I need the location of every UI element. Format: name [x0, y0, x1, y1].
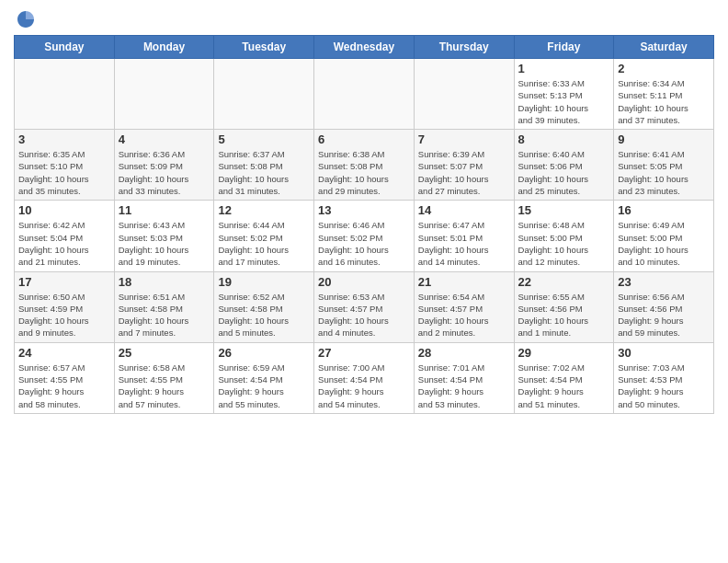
calendar-header-row: SundayMondayTuesdayWednesdayThursdayFrid… — [15, 36, 714, 59]
calendar-cell: 17Sunrise: 6:50 AMSunset: 4:59 PMDayligh… — [15, 271, 115, 342]
day-number: 22 — [518, 275, 610, 289]
calendar-cell: 3Sunrise: 6:35 AMSunset: 5:10 PMDaylight… — [15, 130, 115, 201]
day-number: 6 — [318, 132, 410, 146]
calendar-cell: 30Sunrise: 7:03 AMSunset: 4:53 PMDayligh… — [614, 342, 714, 413]
calendar-cell: 20Sunrise: 6:53 AMSunset: 4:57 PMDayligh… — [314, 271, 415, 342]
weekday-header: Saturday — [614, 36, 714, 59]
day-number: 8 — [518, 132, 610, 146]
day-info: Sunrise: 6:50 AMSunset: 4:59 PMDaylight:… — [18, 291, 110, 339]
day-number: 2 — [618, 62, 710, 75]
day-number: 18 — [119, 275, 210, 289]
day-info: Sunrise: 6:34 AMSunset: 5:11 PMDaylight:… — [618, 77, 710, 126]
day-number: 29 — [518, 346, 610, 360]
day-number: 3 — [18, 132, 110, 146]
calendar-cell: 29Sunrise: 7:02 AMSunset: 4:54 PMDayligh… — [514, 342, 614, 413]
day-number: 21 — [418, 275, 510, 289]
page: SundayMondayTuesdayWednesdayThursdayFrid… — [0, 0, 728, 563]
day-number: 26 — [218, 346, 310, 360]
calendar-cell: 4Sunrise: 6:36 AMSunset: 5:09 PMDaylight… — [114, 130, 214, 201]
calendar-week-row: 24Sunrise: 6:57 AMSunset: 4:55 PMDayligh… — [15, 342, 714, 413]
calendar-cell: 7Sunrise: 6:39 AMSunset: 5:07 PMDaylight… — [414, 130, 514, 201]
day-number: 4 — [119, 132, 210, 146]
day-info: Sunrise: 6:55 AMSunset: 4:56 PMDaylight:… — [518, 291, 610, 339]
calendar-cell: 9Sunrise: 6:41 AMSunset: 5:05 PMDaylight… — [614, 130, 714, 201]
day-info: Sunrise: 7:02 AMSunset: 4:54 PMDaylight:… — [518, 362, 610, 410]
day-number: 5 — [218, 132, 310, 146]
calendar-cell: 14Sunrise: 6:47 AMSunset: 5:01 PMDayligh… — [414, 201, 514, 271]
day-info: Sunrise: 6:48 AMSunset: 5:00 PMDaylight:… — [518, 219, 610, 268]
day-info: Sunrise: 6:57 AMSunset: 4:55 PMDaylight:… — [18, 362, 110, 410]
day-info: Sunrise: 6:59 AMSunset: 4:54 PMDaylight:… — [218, 362, 310, 410]
day-info: Sunrise: 6:49 AMSunset: 5:00 PMDaylight:… — [618, 219, 710, 268]
day-number: 25 — [119, 346, 210, 360]
day-number: 23 — [618, 275, 710, 289]
day-number: 30 — [618, 346, 710, 360]
logo — [14, 9, 36, 28]
day-info: Sunrise: 6:43 AMSunset: 5:03 PMDaylight:… — [119, 219, 210, 268]
calendar-cell — [214, 59, 314, 130]
day-number: 13 — [318, 203, 410, 217]
calendar-cell: 13Sunrise: 6:46 AMSunset: 5:02 PMDayligh… — [314, 201, 415, 271]
day-number: 10 — [18, 203, 110, 217]
calendar-cell — [15, 59, 115, 130]
calendar-cell: 11Sunrise: 6:43 AMSunset: 5:03 PMDayligh… — [114, 201, 214, 271]
day-number: 14 — [418, 203, 510, 217]
calendar-cell — [314, 59, 415, 130]
calendar-cell: 18Sunrise: 6:51 AMSunset: 4:58 PMDayligh… — [114, 271, 214, 342]
day-info: Sunrise: 6:41 AMSunset: 5:05 PMDaylight:… — [618, 148, 710, 197]
day-info: Sunrise: 6:54 AMSunset: 4:57 PMDaylight:… — [418, 291, 510, 339]
day-number: 16 — [618, 203, 710, 217]
calendar-cell: 6Sunrise: 6:38 AMSunset: 5:08 PMDaylight… — [314, 130, 415, 201]
logo-icon — [16, 9, 36, 29]
day-info: Sunrise: 6:56 AMSunset: 4:56 PMDaylight:… — [618, 291, 710, 339]
calendar-cell: 26Sunrise: 6:59 AMSunset: 4:54 PMDayligh… — [214, 342, 314, 413]
weekday-header: Monday — [114, 36, 214, 59]
day-info: Sunrise: 6:44 AMSunset: 5:02 PMDaylight:… — [218, 219, 310, 268]
calendar-cell: 10Sunrise: 6:42 AMSunset: 5:04 PMDayligh… — [15, 201, 115, 271]
day-number: 27 — [318, 346, 410, 360]
day-info: Sunrise: 6:33 AMSunset: 5:13 PMDaylight:… — [518, 77, 610, 126]
day-info: Sunrise: 7:01 AMSunset: 4:54 PMDaylight:… — [418, 362, 510, 410]
day-number: 17 — [18, 275, 110, 289]
day-info: Sunrise: 6:38 AMSunset: 5:08 PMDaylight:… — [318, 148, 410, 197]
day-number: 20 — [318, 275, 410, 289]
day-info: Sunrise: 6:35 AMSunset: 5:10 PMDaylight:… — [18, 148, 110, 197]
day-info: Sunrise: 6:40 AMSunset: 5:06 PMDaylight:… — [518, 148, 610, 197]
day-info: Sunrise: 7:03 AMSunset: 4:53 PMDaylight:… — [618, 362, 710, 410]
calendar-table: SundayMondayTuesdayWednesdayThursdayFrid… — [14, 35, 714, 414]
day-info: Sunrise: 6:51 AMSunset: 4:58 PMDaylight:… — [119, 291, 210, 339]
day-number: 15 — [518, 203, 610, 217]
calendar-week-row: 3Sunrise: 6:35 AMSunset: 5:10 PMDaylight… — [15, 130, 714, 201]
header — [14, 9, 714, 28]
weekday-header: Friday — [514, 36, 614, 59]
day-number: 24 — [18, 346, 110, 360]
day-info: Sunrise: 6:53 AMSunset: 4:57 PMDaylight:… — [318, 291, 410, 339]
day-info: Sunrise: 6:37 AMSunset: 5:08 PMDaylight:… — [218, 148, 310, 197]
weekday-header: Sunday — [15, 36, 115, 59]
calendar-cell: 1Sunrise: 6:33 AMSunset: 5:13 PMDaylight… — [514, 59, 614, 130]
day-info: Sunrise: 7:00 AMSunset: 4:54 PMDaylight:… — [318, 362, 410, 410]
calendar-cell — [114, 59, 214, 130]
day-info: Sunrise: 6:39 AMSunset: 5:07 PMDaylight:… — [418, 148, 510, 197]
day-number: 1 — [518, 62, 610, 75]
calendar-cell — [414, 59, 514, 130]
weekday-header: Thursday — [414, 36, 514, 59]
day-number: 28 — [418, 346, 510, 360]
calendar-cell: 12Sunrise: 6:44 AMSunset: 5:02 PMDayligh… — [214, 201, 314, 271]
day-info: Sunrise: 6:46 AMSunset: 5:02 PMDaylight:… — [318, 219, 410, 268]
day-number: 7 — [418, 132, 510, 146]
day-number: 12 — [218, 203, 310, 217]
weekday-header: Wednesday — [314, 36, 415, 59]
calendar-week-row: 10Sunrise: 6:42 AMSunset: 5:04 PMDayligh… — [15, 201, 714, 271]
calendar-cell: 19Sunrise: 6:52 AMSunset: 4:58 PMDayligh… — [214, 271, 314, 342]
calendar-cell: 28Sunrise: 7:01 AMSunset: 4:54 PMDayligh… — [414, 342, 514, 413]
calendar-cell: 22Sunrise: 6:55 AMSunset: 4:56 PMDayligh… — [514, 271, 614, 342]
day-info: Sunrise: 6:58 AMSunset: 4:55 PMDaylight:… — [119, 362, 210, 410]
calendar-cell: 2Sunrise: 6:34 AMSunset: 5:11 PMDaylight… — [614, 59, 714, 130]
day-info: Sunrise: 6:42 AMSunset: 5:04 PMDaylight:… — [18, 219, 110, 268]
day-number: 9 — [618, 132, 710, 146]
calendar-cell: 16Sunrise: 6:49 AMSunset: 5:00 PMDayligh… — [614, 201, 714, 271]
calendar-week-row: 17Sunrise: 6:50 AMSunset: 4:59 PMDayligh… — [15, 271, 714, 342]
day-info: Sunrise: 6:36 AMSunset: 5:09 PMDaylight:… — [119, 148, 210, 197]
day-info: Sunrise: 6:47 AMSunset: 5:01 PMDaylight:… — [418, 219, 510, 268]
